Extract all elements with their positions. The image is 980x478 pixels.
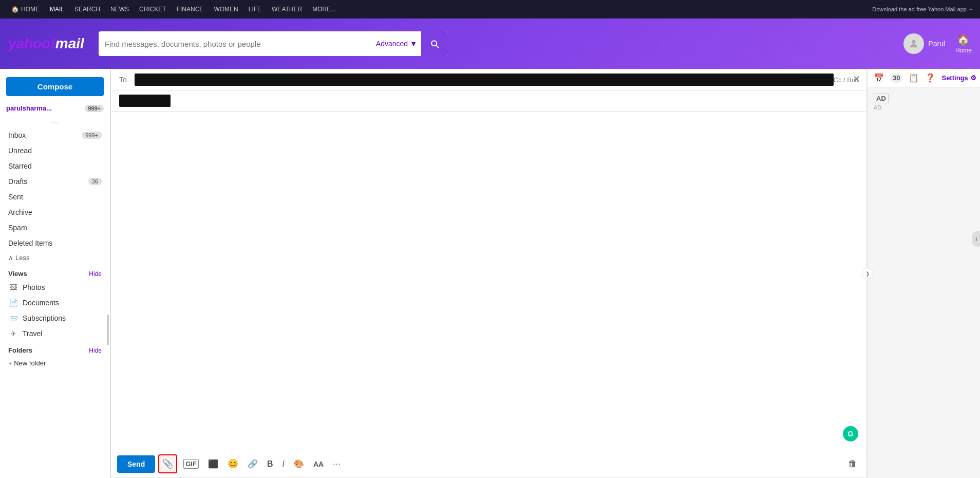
photos-icon: 🖼 bbox=[8, 283, 18, 291]
documents-label: Documents bbox=[23, 299, 59, 307]
bold-button[interactable]: B bbox=[264, 456, 276, 472]
info-button[interactable]: ℹ bbox=[972, 231, 980, 247]
search-button[interactable] bbox=[421, 31, 448, 56]
link-icon: 🔗 bbox=[248, 459, 258, 469]
sidebar-item-drafts[interactable]: Drafts 36 bbox=[0, 174, 110, 189]
more-icon: ··· bbox=[333, 459, 341, 469]
account-name: parulsharma... bbox=[6, 104, 52, 112]
nav-weather[interactable]: WEATHER bbox=[267, 0, 307, 19]
sidebar-item-photos[interactable]: 🖼 Photos bbox=[0, 280, 110, 295]
grammarly-button[interactable]: G bbox=[843, 426, 858, 442]
emoji-button[interactable]: 😊 bbox=[224, 455, 241, 472]
settings-label: Settings bbox=[941, 74, 968, 82]
sidebar-item-travel[interactable]: ✈ Travel bbox=[0, 326, 110, 341]
to-label: To bbox=[119, 76, 135, 84]
yahoo-logo: yahoo!mail bbox=[8, 35, 90, 52]
subject-value-redacted bbox=[119, 95, 171, 107]
header-right: Parul 🏠 Home bbox=[903, 33, 972, 54]
font-size-button[interactable]: AA bbox=[310, 457, 327, 471]
calendar-icon[interactable]: 📅 bbox=[874, 73, 884, 83]
compose-body[interactable]: G bbox=[111, 112, 866, 450]
folders-section: Folders Hide bbox=[0, 341, 110, 356]
sidebar-item-starred[interactable]: Starred bbox=[0, 158, 110, 174]
nav-women-label: WOMEN bbox=[214, 6, 238, 13]
nav-news[interactable]: NEWS bbox=[105, 0, 134, 19]
account-more[interactable]: ... bbox=[0, 114, 110, 127]
home-button[interactable]: 🏠 Home bbox=[955, 33, 972, 54]
nav-finance[interactable]: FINANCE bbox=[172, 0, 209, 19]
deleted-label: Deleted Items bbox=[8, 239, 52, 247]
notes-icon[interactable]: 📋 bbox=[909, 73, 919, 83]
gear-icon: ⚙ bbox=[970, 74, 976, 82]
advanced-label: Advanced bbox=[376, 40, 408, 48]
nav-search[interactable]: SEARCH bbox=[69, 0, 105, 19]
search-input[interactable] bbox=[105, 40, 372, 48]
count-badge[interactable]: 30 bbox=[890, 73, 902, 83]
settings-link[interactable]: Settings ⚙ bbox=[941, 74, 976, 82]
chevron-right-icon: ❯ bbox=[865, 271, 870, 277]
main-layout: Compose parulsharma... 999+ ... Inbox 99… bbox=[0, 69, 980, 478]
unread-label: Unread bbox=[8, 146, 32, 155]
help-icon[interactable]: ❓ bbox=[925, 73, 935, 83]
user-name: Parul bbox=[928, 40, 945, 48]
sidebar-item-deleted[interactable]: Deleted Items bbox=[0, 235, 110, 251]
svg-point-0 bbox=[912, 40, 916, 44]
promo-banner[interactable]: Download the ad-free Yahoo Mail app → bbox=[872, 6, 974, 12]
sidebar-item-subscriptions[interactable]: 📨 Subscriptions bbox=[0, 310, 110, 326]
photos-label: Photos bbox=[23, 283, 45, 291]
nav-life[interactable]: LIFE bbox=[243, 0, 267, 19]
sent-label: Sent bbox=[8, 193, 23, 201]
nav-mail-label: MAIL bbox=[50, 6, 64, 13]
views-hide-button[interactable]: Hide bbox=[89, 270, 102, 278]
italic-icon: I bbox=[282, 459, 284, 469]
more-options-button[interactable]: ··· bbox=[330, 456, 344, 472]
delete-compose-button[interactable]: 🗑 bbox=[845, 455, 860, 472]
compose-close-button[interactable]: ✕ bbox=[853, 73, 860, 85]
color-icon: 🎨 bbox=[294, 459, 304, 469]
travel-label: Travel bbox=[23, 329, 42, 338]
nav-news-label: NEWS bbox=[110, 6, 129, 13]
right-panel-toggle[interactable]: ❯ bbox=[862, 268, 873, 279]
right-panel-toolbar: 📅 30 📋 ❓ Settings ⚙ bbox=[868, 69, 980, 87]
gif-button[interactable]: GIF bbox=[180, 456, 202, 472]
nav-more[interactable]: MORE... bbox=[307, 0, 341, 19]
account-row[interactable]: parulsharma... 999+ bbox=[0, 102, 110, 114]
nav-mail[interactable]: MAIL bbox=[45, 0, 69, 19]
sidebar-item-inbox[interactable]: Inbox 999+ bbox=[0, 127, 110, 143]
italic-button[interactable]: I bbox=[279, 456, 287, 472]
nav-finance-label: FINANCE bbox=[177, 6, 204, 13]
nav-home[interactable]: 🏠 HOME bbox=[6, 0, 45, 19]
user-profile[interactable]: Parul bbox=[903, 33, 945, 54]
ad-label: AD bbox=[874, 94, 889, 103]
to-field-row: To Cc / Bcc bbox=[119, 69, 858, 90]
sidebar-item-spam[interactable]: Spam bbox=[0, 220, 110, 235]
starred-label: Starred bbox=[8, 162, 32, 170]
advanced-search-button[interactable]: Advanced ▼ bbox=[372, 40, 421, 48]
attachment-icon: 📎 bbox=[162, 458, 173, 469]
trash-icon: 🗑 bbox=[848, 458, 857, 469]
subject-field-row bbox=[111, 90, 866, 112]
compose-button[interactable]: Compose bbox=[6, 77, 104, 96]
send-button[interactable]: Send bbox=[117, 455, 155, 473]
emoji-icon: 😊 bbox=[228, 458, 238, 469]
nav-cricket-label: CRICKET bbox=[139, 6, 166, 13]
search-bar: Advanced ▼ bbox=[99, 31, 448, 56]
attachment-button[interactable]: 📎 bbox=[158, 454, 177, 473]
sidebar-item-unread[interactable]: Unread bbox=[0, 143, 110, 158]
sidebar-item-sent[interactable]: Sent bbox=[0, 189, 110, 205]
bold-icon: B bbox=[267, 459, 273, 469]
scrollbar-thumb[interactable] bbox=[107, 315, 109, 345]
folders-hide-button[interactable]: Hide bbox=[89, 347, 102, 354]
less-button[interactable]: ∧ Less bbox=[0, 251, 110, 265]
sidebar-item-archive[interactable]: Archive bbox=[0, 205, 110, 220]
link-button[interactable]: 🔗 bbox=[244, 456, 261, 472]
new-folder-button[interactable]: + New folder bbox=[0, 356, 110, 370]
home-label: Home bbox=[955, 47, 972, 54]
nav-cricket[interactable]: CRICKET bbox=[134, 0, 172, 19]
ad-sublabel: AD bbox=[874, 104, 974, 111]
folders-label: Folders bbox=[8, 346, 32, 354]
color-button[interactable]: 🎨 bbox=[291, 456, 307, 472]
sidebar-item-documents[interactable]: 📄 Documents bbox=[0, 295, 110, 310]
image-insert-button[interactable]: ⬛ bbox=[205, 456, 221, 472]
nav-women[interactable]: WOMEN bbox=[209, 0, 243, 19]
